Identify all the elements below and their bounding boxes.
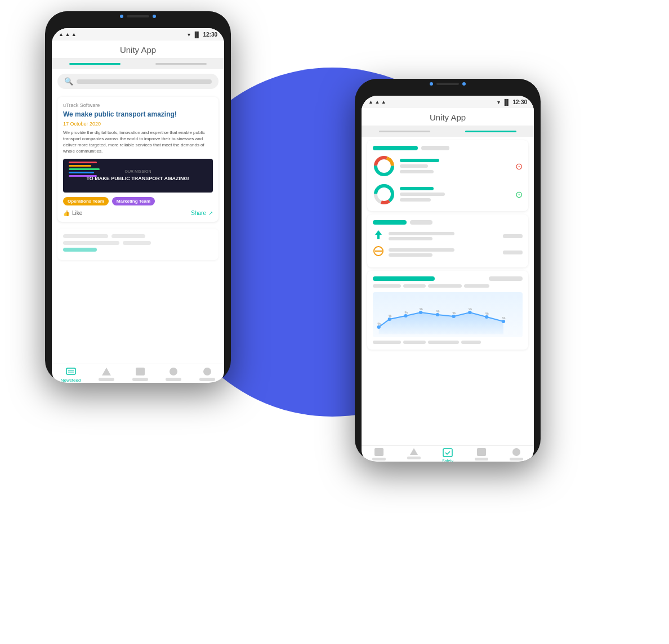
tab-inactive-indicator <box>155 63 207 65</box>
arrow-card-header <box>373 220 523 225</box>
newsfeed-icon <box>66 368 76 377</box>
sk-block-4 <box>123 241 151 245</box>
line-chart-area: % % % % % % % % % <box>373 292 523 337</box>
tab-active-indicator <box>69 63 121 65</box>
nav-newsfeed[interactable]: Newsfeed <box>61 368 81 383</box>
safety-icon <box>443 448 453 458</box>
phone-screen-right: ▲ ▲ ▲ ▾ ▐▌ 12:30 Unity App <box>362 96 534 462</box>
newsfeed-label: Newsfeed <box>61 378 81 383</box>
tab-active-indicator-r <box>465 131 517 132</box>
feed-card: uTrack Software We make public transport… <box>57 97 218 222</box>
donut-chart-1 <box>373 155 395 177</box>
tab-inactive-indicator-r <box>379 131 431 132</box>
info-line-gray-1a <box>400 164 428 168</box>
card-title-bar-gray <box>421 146 449 150</box>
sk-block-5 <box>63 248 97 252</box>
legend-1 <box>373 341 401 344</box>
tab-bar-left[interactable] <box>52 59 224 69</box>
sk-row-3 <box>63 248 213 252</box>
svg-point-20 <box>502 320 505 323</box>
speaker-r <box>436 83 459 85</box>
mid-line-3 <box>389 248 454 252</box>
sk-block-2 <box>112 234 145 238</box>
tab-active-left[interactable] <box>52 59 138 69</box>
card-title-bar-teal <box>373 146 418 150</box>
arrow-card <box>367 214 528 267</box>
chart-sub-2 <box>403 284 426 288</box>
arrow-row-lines <box>389 232 498 240</box>
nav-label-5 <box>199 378 215 381</box>
chart-legend <box>373 341 523 344</box>
chart-sub-3 <box>428 284 462 288</box>
nav-item-2[interactable] <box>99 368 114 383</box>
search-bar[interactable]: 🔍 <box>57 74 218 89</box>
chart-card-header <box>373 276 523 281</box>
nav-item-5[interactable] <box>199 368 215 383</box>
svg-point-16 <box>436 313 439 316</box>
skeleton-card <box>57 229 218 260</box>
tag-operations[interactable]: Operations Team <box>63 197 109 205</box>
donut-chart-2 <box>373 183 395 205</box>
right-nav-label-1 <box>372 458 386 460</box>
safety-label: Safety <box>442 459 453 462</box>
tab-inactive-right[interactable] <box>362 126 448 137</box>
tab-active-right[interactable] <box>448 126 534 137</box>
signal-bars-left: ▐▌ <box>193 32 200 38</box>
like-button[interactable]: 👍 Like <box>63 210 82 216</box>
speaker <box>127 15 149 17</box>
search-placeholder-bar <box>77 79 212 84</box>
feed-source: uTrack Software <box>63 102 213 108</box>
sensor-dot <box>153 15 156 18</box>
right-nav-1[interactable] <box>372 448 386 462</box>
app-title-text-left: Unity App <box>120 45 156 55</box>
right-nav-icon-2 <box>410 448 418 455</box>
sk-block-1 <box>63 234 108 238</box>
camera-bar-right <box>355 79 541 89</box>
nav-item-4[interactable] <box>166 368 181 383</box>
mid-line-2 <box>389 237 432 240</box>
donut-info-1 <box>400 159 511 173</box>
tab-inactive-left[interactable] <box>138 59 224 69</box>
app-title-left: Unity App <box>52 41 224 59</box>
nav-label-4 <box>166 378 181 381</box>
info-line-teal-2 <box>400 187 434 190</box>
signal-bars-right: ▐▌ <box>502 99 510 105</box>
tags-row: Operations Team Marketing Team <box>63 197 213 205</box>
info-line-gray-1b <box>400 170 434 173</box>
nav-item-3[interactable] <box>132 368 148 383</box>
right-nav-label-5 <box>510 458 523 460</box>
feed-image: OUR MISSION TO MAKE PUBLIC TRANSPORT AMA… <box>63 159 213 193</box>
line-chart-card: % % % % % % % % % <box>367 271 528 350</box>
mid-value-1 <box>503 234 523 238</box>
sk-block-3 <box>63 241 119 245</box>
app-title-right: Unity App <box>362 108 534 126</box>
camera-dot <box>120 15 123 18</box>
right-nav-label-2 <box>407 457 421 459</box>
right-nav-4[interactable] <box>475 448 488 462</box>
camera-bar-left <box>45 11 231 21</box>
right-nav-2[interactable] <box>407 448 421 462</box>
legend-4 <box>461 341 481 344</box>
time-right: 12:30 <box>512 99 527 105</box>
phone-scroll-left: 🔍 uTrack Software We make public transpo… <box>52 69 224 383</box>
nav-icon-3 <box>136 368 145 375</box>
camera-dot-r <box>430 82 433 86</box>
donut-info-2 <box>400 187 511 202</box>
arrow-card-sub <box>410 220 432 225</box>
chart-title-gray <box>489 276 523 281</box>
feed-image-text: OUR MISSION TO MAKE PUBLIC TRANSPORT AMA… <box>87 169 190 182</box>
feed-date: 17 October 2020 <box>63 121 213 127</box>
signal-icon-right: ▲ ▲ ▲ <box>368 99 386 105</box>
nav-label-3 <box>132 378 148 381</box>
right-nav-5[interactable] <box>510 448 523 462</box>
feed-card-content: uTrack Software We make public transport… <box>57 97 218 222</box>
feed-title: We make public transport amazing! <box>63 110 213 119</box>
tag-marketing[interactable]: Marketing Team <box>112 197 155 205</box>
chart-sub-header <box>373 284 523 288</box>
right-nav-safety[interactable]: Safety <box>442 448 453 462</box>
sk-row-1 <box>63 234 213 238</box>
donut-row-2: ⊙ <box>373 183 523 205</box>
up-arrow-svg <box>374 229 383 240</box>
tab-bar-right[interactable] <box>362 126 534 137</box>
share-button[interactable]: Share ↗ <box>191 210 213 216</box>
